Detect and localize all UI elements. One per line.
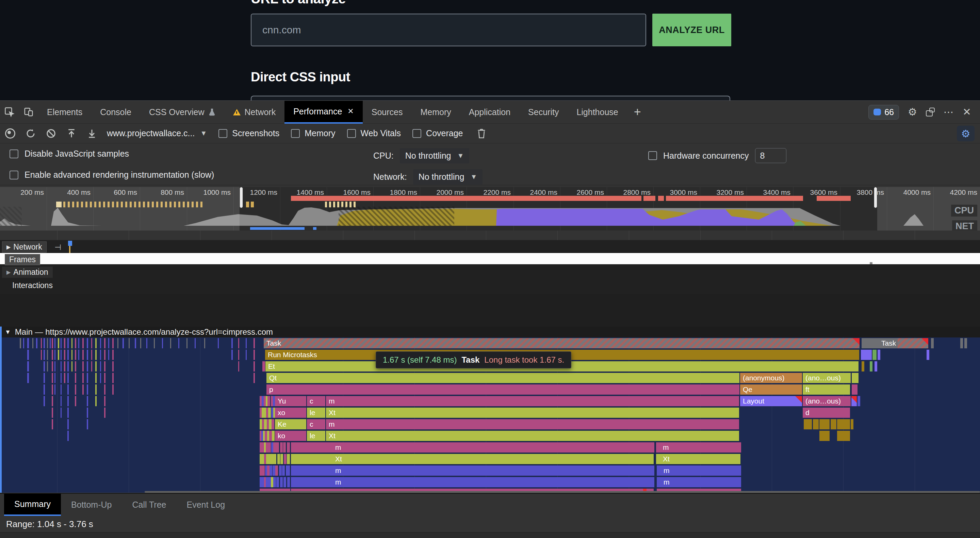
flame-bar-task[interactable]: Task <box>264 338 859 348</box>
flame-bar-xt[interactable]: Xt <box>656 454 740 464</box>
track-animation[interactable]: ▶ Animation <box>2 267 53 278</box>
flame-bar[interactable] <box>851 396 857 406</box>
tab-security[interactable]: Security <box>519 101 568 124</box>
flame-bar[interactable] <box>268 477 271 487</box>
timeline-overview[interactable]: 200 ms400 ms600 ms800 ms1000 ms1200 ms14… <box>0 187 980 230</box>
hardware-concurrency-input[interactable]: 8 <box>755 148 786 163</box>
url-input[interactable]: cnn.com <box>251 14 646 46</box>
track-interactions[interactable]: Interactions <box>12 281 53 290</box>
flame-bar[interactable] <box>852 373 859 383</box>
flame-bar-p[interactable]: p <box>266 385 740 394</box>
flame-bar-m[interactable]: m <box>326 396 739 406</box>
flame-bar[interactable] <box>282 466 285 476</box>
flame-bar[interactable] <box>830 419 837 429</box>
checkbox-memory[interactable]: Memory <box>291 128 335 138</box>
flame-bar[interactable] <box>858 396 860 406</box>
flame-bar-task[interactable]: Task <box>862 338 928 348</box>
more-options-icon[interactable]: ⋯ <box>943 107 954 117</box>
flame-bar-m[interactable]: m <box>656 442 741 453</box>
save-profile-icon[interactable] <box>82 125 102 142</box>
flame-bar-c[interactable]: c <box>307 419 325 429</box>
tab-network[interactable]: Network <box>224 101 285 124</box>
flame-bar[interactable] <box>283 477 286 487</box>
flame-bar-m[interactable]: m <box>291 442 654 453</box>
flame-bar-xt[interactable]: Xt <box>326 431 739 441</box>
bottom-tab-call-tree[interactable]: Call Tree <box>122 494 176 516</box>
flame-bar[interactable] <box>280 442 283 453</box>
flame-bar[interactable] <box>878 350 880 360</box>
flame-bar-m[interactable]: m <box>326 419 739 429</box>
flame-bar[interactable] <box>931 338 934 348</box>
dock-side-icon[interactable] <box>926 108 935 117</box>
close-devtools-icon[interactable]: ✕ <box>963 107 971 117</box>
flame-bar[interactable] <box>287 442 290 453</box>
flame-bar--anonymous-[interactable]: (anonymous) <box>740 373 802 383</box>
track-resize-icon[interactable]: ⊣ <box>54 243 61 252</box>
delete-profile-icon[interactable] <box>471 125 492 142</box>
bottom-tab-summary[interactable]: Summary <box>4 494 61 516</box>
close-tab-icon[interactable]: ✕ <box>347 107 353 116</box>
track-frames-lane[interactable]: Frames <box>0 253 980 264</box>
flame-bar[interactable] <box>272 466 275 476</box>
more-tabs-button[interactable]: + <box>627 105 648 119</box>
flame-bar[interactable] <box>276 477 279 487</box>
flame-bar[interactable] <box>262 466 265 476</box>
flame-bar[interactable] <box>851 419 853 429</box>
flame-bar[interactable] <box>837 419 850 429</box>
flame-bar[interactable] <box>272 431 275 441</box>
flame-bar-ko[interactable]: ko <box>275 431 306 441</box>
tab-application[interactable]: Application <box>460 101 519 124</box>
disable-js-checkbox[interactable] <box>10 150 18 158</box>
flame-bar-m[interactable]: m <box>657 477 741 487</box>
profile-selector[interactable]: www.projectwallace.c... ▼ <box>107 128 207 138</box>
checkbox-coverage[interactable]: Coverage <box>412 128 463 138</box>
flame-bar[interactable] <box>837 431 850 441</box>
flame-bar[interactable] <box>286 466 290 476</box>
hardware-concurrency-checkbox[interactable] <box>648 151 657 160</box>
flame-bar[interactable] <box>819 419 830 429</box>
issues-badge[interactable]: 66 <box>869 105 899 120</box>
flame-bar[interactable] <box>280 454 283 464</box>
css-textarea[interactable] <box>251 96 730 101</box>
bottom-tab-event-log[interactable]: Event Log <box>177 494 235 516</box>
flame-bar[interactable] <box>804 419 812 429</box>
flame-bar-m[interactable]: m <box>291 466 654 476</box>
flame-bar[interactable] <box>269 431 272 441</box>
flame-bar-xt[interactable]: Xt <box>326 407 739 418</box>
load-profile-icon[interactable] <box>61 125 82 142</box>
flame-bar[interactable] <box>277 454 280 464</box>
flame-bar[interactable] <box>272 419 274 429</box>
flame-bar--ano-ous-[interactable]: (ano…ous) <box>803 373 851 383</box>
tab-css-overview[interactable]: CSS Overview <box>140 101 224 124</box>
flame-bar[interactable] <box>861 350 872 360</box>
flame-bar[interactable] <box>875 361 877 372</box>
checkbox-box[interactable] <box>347 129 356 138</box>
flame-bar[interactable] <box>819 431 830 441</box>
flame-bar[interactable] <box>268 442 271 453</box>
capture-settings-gear-icon[interactable]: ⚙ <box>957 126 975 141</box>
track-frames[interactable]: Frames <box>5 254 40 265</box>
network-request-item[interactable] <box>68 241 72 246</box>
checkbox-box[interactable] <box>412 129 421 138</box>
checkbox-box[interactable] <box>218 129 227 138</box>
selection-handle-right[interactable] <box>874 187 877 208</box>
flame-bar[interactable] <box>283 442 286 453</box>
network-throttle-select[interactable]: No throttling ▼ <box>413 169 483 185</box>
flame-bar-ft[interactable]: ft <box>803 385 850 394</box>
settings-gear-icon[interactable]: ⚙ <box>908 107 917 117</box>
flame-bar[interactable] <box>268 407 271 418</box>
advanced-rendering-checkbox[interactable] <box>10 171 18 179</box>
flame-bar[interactable] <box>267 396 270 406</box>
analyze-url-button[interactable]: ANALYZE URL <box>652 14 731 46</box>
checkbox-screenshots[interactable]: Screenshots <box>218 128 279 138</box>
checkbox-web-vitals[interactable]: Web Vitals <box>347 128 401 138</box>
flame-bar[interactable] <box>279 466 282 476</box>
flame-bar-qe[interactable]: Qe <box>740 385 802 394</box>
tab-sources[interactable]: Sources <box>363 101 412 124</box>
tab-performance[interactable]: Performance✕ <box>285 101 363 124</box>
flame-bar[interactable] <box>287 477 290 487</box>
flame-bar[interactable] <box>852 385 858 394</box>
reload-and-record-icon[interactable] <box>21 125 41 142</box>
flame-bar[interactable] <box>872 350 877 360</box>
flame-bar[interactable] <box>287 454 290 464</box>
